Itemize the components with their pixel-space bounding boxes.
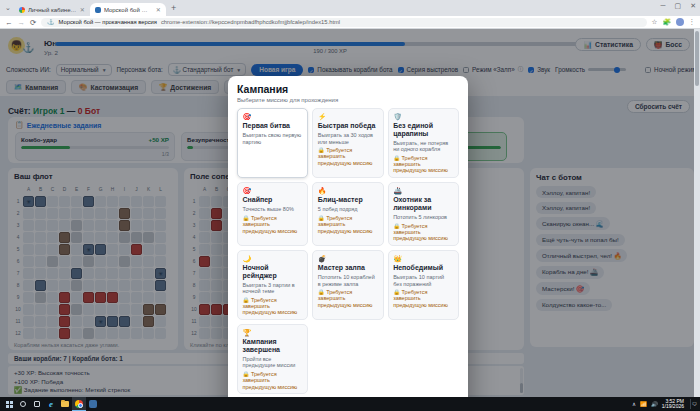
mission-card-6: 🚢Охотник за линкорамиПотопить 5 линкоров…	[388, 182, 459, 246]
tab-title: Морской бой — прокачанно	[104, 7, 153, 13]
mission-icon: 🌙	[243, 255, 303, 263]
mission-description: Выиграть свою первую партию	[243, 132, 303, 144]
mission-title: Ночной рейнджер	[243, 264, 303, 280]
mission-title: Кампания завершена	[243, 338, 303, 354]
browser-tab-2[interactable]: Морской бой — прокачанно✕	[90, 3, 166, 16]
mission-lock-text: 🔒 Требуется завершить предыдущую миссию	[243, 215, 303, 234]
browser-tab-bar: ⌄ Личный кабинет разработчи✕Морской бой …	[0, 0, 700, 16]
tray-volume-icon[interactable]: 🔊	[651, 401, 658, 407]
tab-title: Личный кабинет разработчи	[28, 7, 77, 13]
tray-chevron-icon[interactable]: ∧	[632, 401, 636, 407]
extension-page-icon: ⚓	[47, 19, 54, 25]
extensions-puzzle-icon[interactable]: 🧩	[662, 18, 670, 26]
campaign-modal-title: Кампания	[237, 83, 459, 95]
mission-lock-text: 🔒 Требуется завершить предыдущую миссию	[318, 147, 378, 166]
pinned-app-icon[interactable]	[86, 397, 100, 411]
browser-window: ⌄ Личный кабинет разработчи✕Морской бой …	[0, 0, 700, 411]
windows-taskbar: e ∧ 📶 🔊 3:52 PM 1/19/2026 🗨	[0, 397, 700, 411]
browser-tab-1[interactable]: Личный кабинет разработчи✕	[14, 3, 90, 16]
mission-lock-text: 🔒 Требуется завершить предыдущую миссию	[243, 371, 303, 390]
action-center-icon[interactable]: 🗨	[690, 399, 698, 409]
forward-button[interactable]: →	[18, 18, 26, 27]
mission-title: Мастер залпа	[318, 264, 378, 272]
window-minimize-button[interactable]: ─	[661, 2, 666, 10]
mission-description: Выиграть 10 партий без поражений	[393, 274, 453, 286]
mission-icon: 🎯	[243, 187, 303, 195]
mission-card-2: ⚡Быстрая победаВыиграть за 30 ходов или …	[312, 108, 383, 178]
task-view-icon[interactable]	[30, 397, 44, 411]
mission-description: Выиграть 3 партии в ночной теме	[243, 282, 303, 294]
campaign-modal-subtitle: Выберите миссию для прохождения	[237, 97, 459, 103]
mission-lock-text: 🔒 Требуется завершить предыдущую миссию	[393, 223, 453, 242]
tab-favicon	[19, 7, 25, 13]
tab-close-icon[interactable]: ✕	[80, 6, 85, 13]
page-scrollbar-thumb[interactable]	[695, 31, 699, 86]
mission-icon: 🚢	[393, 187, 453, 195]
mission-title: Снайпер	[243, 196, 303, 204]
page-url: chrome-extension://kepccednpmbadfhphcdko…	[161, 19, 340, 25]
mission-card-1[interactable]: 🎯Первая битваВыиграть свою первую партию	[237, 108, 308, 178]
bookmark-star-icon[interactable]: ☆	[652, 18, 658, 26]
tab-close-icon[interactable]: ✕	[156, 6, 161, 13]
mission-card-5: 🔥Блиц-мастер5 побед подряд🔒 Требуется за…	[312, 182, 383, 246]
browser-address-bar: ← → ⟳ ⚓ Морской бой — прокачанная версия…	[0, 16, 700, 29]
mission-card-7: 🌙Ночной рейнджерВыиграть 3 партии в ночн…	[237, 250, 308, 320]
mission-lock-text: 🔒 Требуется завершить предыдущую миссию	[318, 215, 378, 234]
tab-search-icon[interactable]: ⌄	[5, 4, 11, 12]
mission-card-9: 👑НепобедимыйВыиграть 10 партий без пораж…	[388, 250, 459, 320]
file-explorer-icon[interactable]	[58, 397, 72, 411]
mission-lock-text: 🔒 Требуется завершить предыдущую миссию	[243, 297, 303, 316]
mission-title: Блиц-мастер	[318, 196, 378, 204]
window-maximize-button[interactable]: ▢	[675, 2, 682, 10]
mission-description: Потопить 10 кораблей в режиме залпа	[318, 274, 378, 286]
mission-title: Без единой царапины	[393, 122, 453, 138]
mission-description: 5 побед подряд	[318, 206, 378, 212]
mission-lock-text: 🔒 Требуется завершить предыдущую миссию	[393, 155, 453, 174]
internet-explorer-icon[interactable]: e	[44, 397, 58, 411]
mission-card-4: 🎯СнайперТочность выше 80%🔒 Требуется зав…	[237, 182, 308, 246]
mission-title: Первая битва	[243, 122, 303, 130]
mission-description: Потопить 5 линкоров	[393, 214, 453, 220]
chrome-taskbar-icon[interactable]	[72, 397, 86, 411]
mission-card-10: 🏆Кампания завершенаПройти все предыдущие…	[237, 324, 308, 394]
search-icon[interactable]	[16, 397, 30, 411]
mission-lock-text: 🔒 Требуется завершить предыдущую миссию	[318, 289, 378, 308]
browser-profile-avatar[interactable]	[676, 18, 684, 26]
window-close-button[interactable]: ✕	[690, 2, 696, 10]
url-omnibox[interactable]: ⚓ Морской бой — прокачанная версия chrom…	[41, 18, 646, 27]
back-button[interactable]: ←	[5, 18, 13, 27]
mission-description: Пройти все предыдущие миссии	[243, 356, 303, 368]
mission-icon: 🔥	[318, 187, 378, 195]
mission-description: Точность выше 80%	[243, 206, 303, 212]
tray-network-icon[interactable]: 📶	[640, 401, 647, 407]
mission-card-8: 💣Мастер залпаПотопить 10 кораблей в режи…	[312, 250, 383, 320]
mission-title: Быстрая победа	[318, 122, 378, 130]
reload-button[interactable]: ⟳	[30, 18, 36, 27]
page-scrollbar[interactable]	[694, 29, 700, 397]
campaign-modal: Кампания Выберите миссию для прохождения…	[228, 76, 468, 397]
mission-lock-text: 🔒 Требуется завершить предыдущую миссию	[393, 289, 453, 308]
mission-description: Выиграть, не потеряв ни одного корабля	[393, 140, 453, 152]
start-button[interactable]	[2, 397, 16, 411]
browser-menu-icon[interactable]: ⋮	[689, 18, 696, 26]
mission-title: Охотник за линкорами	[393, 196, 453, 212]
tab-favicon	[95, 7, 101, 13]
mission-icon: 🛡️	[393, 113, 453, 121]
mission-icon: 🏆	[243, 329, 303, 337]
taskbar-clock[interactable]: 3:52 PM 1/19/2026	[662, 399, 684, 410]
mission-title: Непобедимый	[393, 264, 453, 272]
new-tab-button[interactable]: +	[171, 3, 176, 13]
mission-icon: ⚡	[318, 113, 378, 121]
mission-card-3: 🛡️Без единой царапиныВыиграть, не потеря…	[388, 108, 459, 178]
mission-icon: 🎯	[243, 113, 303, 121]
mission-icon: 👑	[393, 255, 453, 263]
mission-icon: 💣	[318, 255, 378, 263]
game-page: 👦 ⚓ Юнга Ур. 2 190 / 300 XP 📊 Статистика…	[0, 29, 700, 397]
extension-page-label: Морской бой — прокачанная версия	[59, 19, 157, 25]
mission-description: Выиграть за 30 ходов или меньше	[318, 132, 378, 144]
